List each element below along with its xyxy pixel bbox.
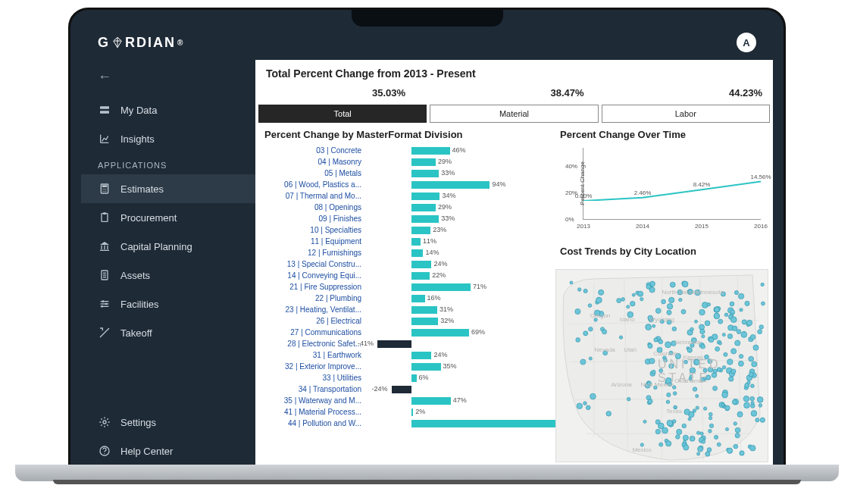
svg-point-277 <box>722 392 728 398</box>
sidebar-item-label: Insights <box>120 133 155 145</box>
svg-point-219 <box>632 293 635 296</box>
svg-point-96 <box>740 451 744 455</box>
bar-value: 46% <box>452 146 466 154</box>
svg-point-288 <box>701 345 705 349</box>
bar-row: 07 | Thermal and Mo...34% <box>260 190 548 202</box>
svg-point-45 <box>683 435 688 440</box>
bar-label: 26 | Electrical <box>260 317 366 325</box>
x-tick: 2015 <box>695 223 709 230</box>
tab-total[interactable]: Total <box>258 105 427 123</box>
bar-label: 34 | Transportation <box>260 385 366 393</box>
map-region-label: Nevada <box>594 346 615 353</box>
bar-row: 21 | Fire Suppression71% <box>260 281 548 293</box>
sidebar-item-help-center[interactable]: Help Center <box>81 437 255 465</box>
map-region-label: Kansas <box>683 354 703 361</box>
bar-row: 27 | Communications69% <box>260 327 548 338</box>
svg-point-215 <box>700 432 703 435</box>
svg-point-164 <box>648 343 652 348</box>
svg-point-145 <box>750 396 755 401</box>
bar-value: 94% <box>492 180 505 188</box>
bar-label: 22 | Plumbing <box>260 294 366 302</box>
svg-point-268 <box>725 405 730 410</box>
svg-point-106 <box>696 394 699 397</box>
bar-value: -24% <box>372 385 388 393</box>
svg-point-203 <box>709 424 713 427</box>
metric-labor: 44.23% <box>632 87 762 99</box>
svg-point-124 <box>576 338 580 343</box>
sidebar-item-facilities[interactable]: Facilities <box>81 290 255 318</box>
svg-point-151 <box>646 324 652 330</box>
sidebar-item-my-data[interactable]: My Data <box>81 95 255 124</box>
sidebar-item-settings[interactable]: Settings <box>81 408 255 437</box>
gear-icon <box>98 415 111 429</box>
svg-point-267 <box>732 400 737 405</box>
svg-rect-15 <box>100 250 109 251</box>
bar-row: 28 | Electronic Safet...-41% <box>260 338 548 349</box>
bar-row: 23 | Heating, Ventilat...31% <box>260 304 548 315</box>
svg-point-209 <box>755 418 759 422</box>
svg-point-110 <box>707 303 710 306</box>
sidebar-item-capital-planning[interactable]: Capital Planning <box>81 232 255 261</box>
bar-row: 31 | Earthwork24% <box>260 349 548 361</box>
svg-point-9 <box>105 191 106 192</box>
svg-point-213 <box>575 308 580 314</box>
ruler-icon <box>98 326 111 340</box>
tabs: TotalMaterialLabor <box>255 105 773 129</box>
svg-point-198 <box>714 435 718 439</box>
svg-rect-10 <box>102 214 108 222</box>
svg-point-53 <box>688 418 691 421</box>
back-arrow-icon[interactable]: ← <box>81 64 255 95</box>
bar-label: 32 | Exterior Improve... <box>260 362 366 371</box>
sidebar-item-assets[interactable]: Assets <box>81 261 255 290</box>
svg-point-161 <box>731 349 737 354</box>
svg-point-188 <box>670 282 675 287</box>
svg-point-58 <box>745 301 749 305</box>
svg-point-70 <box>667 393 671 396</box>
line-chart: Percent Change 0%20%40%20130.00%20142.46… <box>583 148 761 220</box>
sidebar-item-estimates[interactable]: Estimates <box>81 174 255 203</box>
svg-point-250 <box>697 452 700 455</box>
svg-point-148 <box>627 305 630 308</box>
svg-rect-12 <box>101 246 102 249</box>
svg-point-90 <box>713 386 718 390</box>
avatar[interactable]: A <box>737 33 756 52</box>
svg-rect-14 <box>107 246 108 249</box>
bar-row: 32 | Exterior Improve...35% <box>260 361 548 372</box>
map-region-label: Wyoming <box>649 316 674 323</box>
bar-row: 26 | Electrical32% <box>260 315 548 327</box>
bar-row: 34 | Transportation-24% <box>260 383 548 395</box>
bar-value: 16% <box>427 294 441 302</box>
svg-point-272 <box>652 324 655 327</box>
bar-row: 35 | Waterway and M...47% <box>260 395 548 406</box>
bar-value: 6% <box>419 374 429 381</box>
bar-label: 33 | Utilities <box>260 374 366 382</box>
bar-label: 28 | Electronic Safet... <box>260 340 366 348</box>
map-region-label: Colorado <box>653 350 677 357</box>
svg-point-292 <box>715 307 720 312</box>
svg-point-199 <box>735 427 740 433</box>
svg-point-80 <box>758 330 762 334</box>
sidebar-item-insights[interactable]: Insights <box>81 124 255 153</box>
sidebar-item-takeoff[interactable]: Takeoff <box>81 318 255 347</box>
svg-point-186 <box>705 452 710 456</box>
svg-point-23 <box>105 303 108 305</box>
svg-point-149 <box>757 396 763 402</box>
svg-point-269 <box>700 329 705 333</box>
map-region-label: Oklahoma <box>674 377 702 384</box>
map-region-label: Arizona <box>612 381 632 388</box>
map[interactable]: UNITED STATE OregonIdahoWyomingNevadaUta… <box>555 269 768 462</box>
svg-rect-11 <box>103 212 106 214</box>
bar-label: 21 | Fire Suppression <box>260 283 366 291</box>
sidebar-item-procurement[interactable]: Procurement <box>81 203 255 232</box>
sidebar-item-label: Estimates <box>120 183 164 195</box>
map-region-label: Utah <box>624 346 637 353</box>
svg-point-234 <box>621 298 625 302</box>
bar-value: 71% <box>473 283 486 290</box>
tab-labor[interactable]: Labor <box>602 105 770 123</box>
svg-point-56 <box>679 298 682 301</box>
tab-material[interactable]: Material <box>430 105 598 123</box>
brand-logo: G RDIAN® <box>98 35 184 51</box>
svg-point-33 <box>673 392 677 396</box>
x-tick: 2013 <box>577 223 590 230</box>
svg-point-279 <box>709 337 713 342</box>
